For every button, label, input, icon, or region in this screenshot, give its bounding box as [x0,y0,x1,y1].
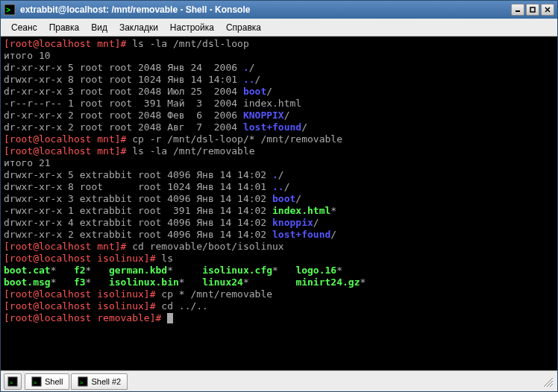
window-title: extrabbit@localhost: /mnt/removable - Sh… [20,4,511,15]
konsole-window: > extrabbit@localhost: /mnt/removable - … [0,0,558,392]
menu-bookmarks[interactable]: Закладки [113,20,164,35]
svg-line-14 [550,384,553,387]
menu-settings[interactable]: Настройка [164,20,220,35]
menubar: Сеанс Правка Вид Закладки Настройка Спра… [1,19,557,37]
tab-label: Shell [45,377,63,386]
window-controls [511,4,554,16]
menu-session[interactable]: Сеанс [5,20,43,35]
terminal-icon: > [31,376,42,387]
svg-text:>: > [6,6,10,14]
new-tab-button[interactable]: > [4,373,22,390]
tab-label: Shell #2 [91,377,121,386]
minimize-button[interactable] [511,4,524,16]
statusbar: > > Shell > Shell #2 [1,370,557,391]
svg-text:>: > [80,379,84,385]
maximize-button[interactable] [526,4,539,16]
svg-text:>: > [10,379,13,385]
svg-rect-3 [530,7,535,12]
terminal-icon: > [78,376,88,387]
resize-grip[interactable] [541,375,554,388]
close-button[interactable] [541,4,554,16]
svg-text:>: > [34,379,37,385]
app-icon: > [4,4,16,16]
titlebar[interactable]: > extrabbit@localhost: /mnt/removable - … [1,1,557,19]
menu-view[interactable]: Вид [85,20,113,35]
tab-shell-1[interactable]: > Shell [25,373,69,390]
menu-edit[interactable]: Правка [43,20,86,35]
menu-help[interactable]: Справка [220,20,267,35]
terminal-output[interactable]: [root@localhost mnt]# ls -la /mnt/dsl-lo… [1,37,557,370]
svg-line-13 [547,381,553,387]
tab-shell-2[interactable]: > Shell #2 [71,373,128,390]
